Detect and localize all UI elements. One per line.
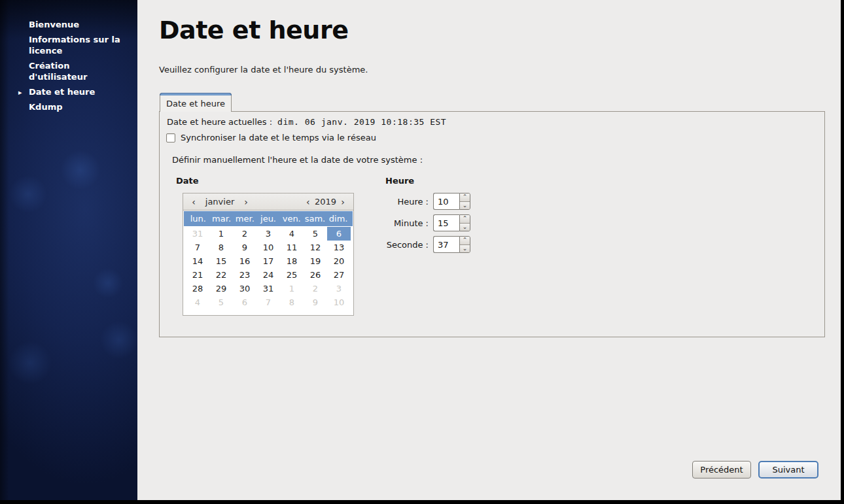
minute-row: Minute : ⌃ ⌄ <box>356 214 470 231</box>
calendar-day-names: lun. mar. mer. jeu. ven. sam. dim. <box>184 211 353 226</box>
current-datetime-value: dim. 06 janv. 2019 10:18:35 EST <box>277 117 446 127</box>
calendar-day[interactable]: 31 <box>256 282 280 295</box>
calendar-day[interactable]: 30 <box>233 282 256 295</box>
prev-month-icon[interactable]: ‹ <box>188 197 199 207</box>
calendar-day[interactable]: 15 <box>209 254 233 268</box>
calendar-day[interactable]: 4 <box>280 227 304 241</box>
ntp-sync-row: Synchroniser la date et le temps via le … <box>166 133 376 143</box>
sidebar-item-label: Kdump <box>29 102 63 112</box>
screen-bottom-edge <box>0 500 844 504</box>
calendar-day[interactable]: 24 <box>256 268 280 282</box>
minute-spinbox: ⌃ ⌄ <box>433 214 470 231</box>
calendar-day[interactable]: 13 <box>327 241 351 254</box>
active-step-icon: ▸ <box>18 87 22 98</box>
main-content: Date et heure Veuillez configurer la dat… <box>137 0 841 500</box>
calendar-day-selected[interactable]: 6 <box>327 227 351 241</box>
time-fields: Heure : ⌃ ⌄ Minute : ⌃ <box>356 193 470 258</box>
calendar-day[interactable]: 17 <box>256 254 280 268</box>
calendar-day[interactable]: 6 <box>233 295 256 309</box>
calendar-month: janvier <box>199 197 241 207</box>
second-spinbox: ⌃ ⌄ <box>433 236 470 253</box>
calendar-day[interactable]: 28 <box>186 282 209 295</box>
calendar-day[interactable]: 7 <box>186 241 209 254</box>
sidebar-item-licence[interactable]: ▸ Informations sur la licence <box>0 32 137 58</box>
calendar-day[interactable]: 5 <box>304 227 327 241</box>
spin-up-icon[interactable]: ⌃ <box>460 215 470 224</box>
spin-up-icon[interactable]: ⌃ <box>460 237 470 245</box>
day-name: ven. <box>280 214 304 224</box>
calendar-day[interactable]: 9 <box>304 295 327 309</box>
calendar-day[interactable]: 20 <box>327 254 351 268</box>
page-subtitle: Veuillez configurer la date et l'heure d… <box>159 65 368 75</box>
spin-down-icon[interactable]: ⌄ <box>460 202 470 210</box>
sidebar-item-creation-utilisateur[interactable]: ▸ Création d'utilisateur <box>0 58 137 84</box>
calendar-day[interactable]: 1 <box>280 282 304 295</box>
second-spin-buttons: ⌃ ⌄ <box>459 236 470 253</box>
calendar-widget: ‹ janvier › ‹ 2019 › lun. mar. mer. jeu.… <box>183 193 354 316</box>
wizard-sidebar: ▸ Bienvenue ▸ Informations sur la licenc… <box>0 0 137 500</box>
calendar-week: 21 22 23 24 25 26 27 <box>186 268 351 282</box>
previous-button[interactable]: Précédent <box>692 461 751 479</box>
calendar-day[interactable]: 10 <box>327 295 351 309</box>
calendar-day[interactable]: 18 <box>280 254 304 268</box>
spin-down-icon[interactable]: ⌄ <box>460 224 470 231</box>
sidebar-item-bienvenue[interactable]: ▸ Bienvenue <box>0 17 137 32</box>
calendar-day[interactable]: 10 <box>256 241 280 254</box>
calendar-day[interactable]: 5 <box>209 295 233 309</box>
calendar-day[interactable]: 9 <box>233 241 256 254</box>
date-time-panel: Date et heure actuelles : dim. 06 janv. … <box>159 111 825 337</box>
next-button[interactable]: Suivant <box>758 461 818 479</box>
calendar-day[interactable]: 26 <box>304 268 327 282</box>
hour-input[interactable] <box>433 193 459 210</box>
prev-year-icon[interactable]: ‹ <box>303 197 313 207</box>
manual-set-label: Définir manuellement l'heure et la date … <box>172 155 423 165</box>
calendar-day[interactable]: 29 <box>209 282 233 295</box>
day-name: sam. <box>304 214 327 224</box>
second-label: Seconde : <box>356 240 433 250</box>
calendar-day[interactable]: 27 <box>327 268 351 282</box>
calendar-week: 7 8 9 10 11 12 13 <box>186 241 351 254</box>
ntp-sync-label[interactable]: Synchroniser la date et le temps via le … <box>181 133 376 143</box>
time-section-label: Heure <box>385 176 414 186</box>
calendar-day[interactable]: 22 <box>209 268 233 282</box>
day-name: lun. <box>186 214 210 224</box>
calendar-week: 28 29 30 31 1 2 3 <box>186 282 351 295</box>
calendar-day[interactable]: 1 <box>209 227 233 241</box>
calendar-day[interactable]: 2 <box>304 282 327 295</box>
calendar-day[interactable]: 3 <box>327 282 351 295</box>
sidebar-item-label: Bienvenue <box>29 20 79 29</box>
calendar-day[interactable]: 16 <box>233 254 256 268</box>
next-month-icon[interactable]: › <box>241 197 251 207</box>
calendar-day[interactable]: 7 <box>256 295 280 309</box>
screen-right-edge <box>841 0 844 504</box>
active-tab-accent <box>160 93 232 95</box>
minute-input[interactable] <box>433 214 459 231</box>
calendar-day[interactable]: 19 <box>304 254 327 268</box>
calendar-day[interactable]: 8 <box>209 241 233 254</box>
calendar-day[interactable]: 23 <box>233 268 256 282</box>
calendar-day[interactable]: 12 <box>304 241 327 254</box>
calendar-day[interactable]: 2 <box>233 227 256 241</box>
calendar-day[interactable]: 31 <box>186 227 209 241</box>
calendar-day[interactable]: 14 <box>186 254 209 268</box>
sidebar-item-date-et-heure[interactable]: ▸ Date et heure <box>0 84 137 99</box>
spin-down-icon[interactable]: ⌄ <box>460 245 470 253</box>
firstboot-window: ▸ Bienvenue ▸ Informations sur la licenc… <box>0 0 844 504</box>
calendar-grid: 31 1 2 3 4 5 6 7 8 9 10 11 12 <box>183 226 353 309</box>
tab-date-et-heure[interactable]: Date et heure <box>160 93 232 112</box>
calendar-day[interactable]: 11 <box>280 241 304 254</box>
calendar-day[interactable]: 4 <box>186 295 209 309</box>
day-name: jeu. <box>256 214 280 224</box>
calendar-day[interactable]: 3 <box>256 227 280 241</box>
next-year-icon[interactable]: › <box>338 197 348 207</box>
spin-up-icon[interactable]: ⌃ <box>460 193 470 202</box>
day-name: dim. <box>326 214 350 224</box>
calendar-day[interactable]: 8 <box>280 295 304 309</box>
ntp-sync-checkbox[interactable] <box>166 133 175 143</box>
date-section-label: Date <box>176 176 199 186</box>
calendar-day[interactable]: 25 <box>280 268 304 282</box>
calendar-year: 2019 <box>313 197 338 207</box>
calendar-day[interactable]: 21 <box>186 268 209 282</box>
sidebar-item-kdump[interactable]: ▸ Kdump <box>0 99 137 114</box>
second-input[interactable] <box>433 236 459 253</box>
